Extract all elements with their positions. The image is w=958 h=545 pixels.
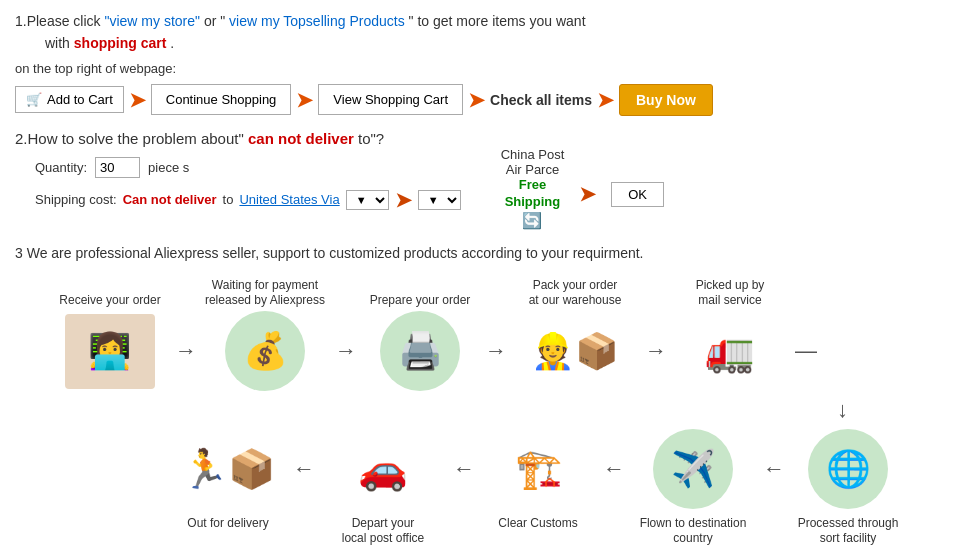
view-cart-label: View Shopping Cart xyxy=(333,92,448,107)
pack-label: Pack your orderat our warehouse xyxy=(529,278,622,307)
step3-paragraph: 3 We are professional Aliexpress seller,… xyxy=(15,245,943,261)
ok-button[interactable]: OK xyxy=(611,182,664,207)
step1-paragraph: 1.Please click "view my store" or " view… xyxy=(15,10,943,55)
continue-shopping-item: Continue Shopping xyxy=(151,84,292,115)
flow-icon-receive: 👩‍💻 xyxy=(45,314,175,389)
shipping-to: to xyxy=(223,192,234,207)
flow-label-prepare: Prepare your order xyxy=(355,292,485,307)
receive-label: Receive your order xyxy=(59,293,160,307)
cart-icon: 🛒 xyxy=(26,92,42,107)
arrow-2: ➤ xyxy=(296,88,313,112)
flow-arrow-h-2: → xyxy=(335,338,355,364)
depart-label: Depart yourlocal post office xyxy=(342,516,425,545)
flow-arrow-h-1: → xyxy=(175,338,195,364)
shipping-row: Shipping cost: Can not deliver to United… xyxy=(35,188,461,212)
flow-label-pickup: Picked up bymail service xyxy=(665,277,795,307)
china-post-line1: China Post xyxy=(501,147,565,162)
shipping-section: Quantity: piece s Shipping cost: Can not… xyxy=(15,157,943,232)
china-post-box: China Post Air Parce Free Shipping 🔄 xyxy=(501,147,565,232)
flow-icon-prepare: 🖨️ xyxy=(355,311,485,391)
shopping-cart-text: shopping cart xyxy=(74,35,167,51)
method-dropdown[interactable]: ▼ xyxy=(418,190,461,210)
shipping-arrow-red: ➤ xyxy=(395,188,412,212)
step3-text: 3 We are professional Aliexpress seller,… xyxy=(15,245,644,261)
check-all-item: Check all items xyxy=(490,92,592,108)
flow-label-depart: Depart yourlocal post office xyxy=(313,515,453,545)
car-icon: 🚗 xyxy=(358,446,408,493)
prepare-label: Prepare your order xyxy=(370,293,471,307)
flow-arrow-b-3: ← xyxy=(603,456,623,482)
flow-label-customs: Clear Customs xyxy=(473,515,603,545)
flow-label-receive: Receive your order xyxy=(45,292,175,307)
flow-dash: — xyxy=(795,338,815,364)
buy-now-button[interactable]: Buy Now xyxy=(619,84,713,116)
flow-arrow-h-4: → xyxy=(645,338,665,364)
flow-top-labels: Receive your order Waiting for paymentre… xyxy=(35,277,923,307)
quantity-row: Quantity: piece s xyxy=(35,157,461,178)
quantity-input[interactable] xyxy=(95,157,140,178)
step2-paragraph: 2.How to solve the problem about" can no… xyxy=(15,130,943,147)
view-cart-item: View Shopping Cart xyxy=(318,84,463,115)
money-icon: 💰 xyxy=(225,311,305,391)
flow-label-flown: Flown to destinationcountry xyxy=(623,515,763,545)
step1-prefix: 1.Please click xyxy=(15,13,104,29)
buy-now-label: Buy Now xyxy=(636,92,696,108)
step1-with: with xyxy=(15,35,74,51)
flow-icon-car: 🚗 xyxy=(313,446,453,493)
truck-icon: 🚛 xyxy=(705,328,755,375)
main-container: 1.Please click "view my store" or " view… xyxy=(0,0,958,545)
add-to-cart-label: Add to Cart xyxy=(47,92,113,107)
sort-icon: 🌐 xyxy=(808,429,888,509)
flow-diagram: Receive your order Waiting for paymentre… xyxy=(15,277,943,545)
flow-icon-delivery: 🏃📦 xyxy=(163,447,293,491)
on-top-text: on the top right of webpage: xyxy=(15,61,943,76)
ok-arrow: ➤ xyxy=(579,182,596,206)
step2-suffix: to"? xyxy=(358,130,384,147)
flow-label-pack: Pack your orderat our warehouse xyxy=(505,277,645,307)
view-topselling-link[interactable]: view my Topselling Products xyxy=(229,13,405,29)
buy-now-item: Buy Now xyxy=(619,84,713,116)
flow-icon-pickup: 🚛 xyxy=(665,328,795,375)
customs-icon: 🏗️ xyxy=(498,429,578,509)
ok-label: OK xyxy=(628,187,647,202)
add-to-cart-item: 🛒 Add to Cart xyxy=(15,86,124,113)
customs-label: Clear Customs xyxy=(498,516,577,530)
step1-or: or " xyxy=(204,13,225,29)
flow-label-waiting: Waiting for paymentreleased by Aliexpres… xyxy=(195,277,335,307)
flow-arrow-b-4: ← xyxy=(763,456,783,482)
cart-flow: 🛒 Add to Cart ➤ Continue Shopping ➤ View… xyxy=(15,84,943,116)
refresh-icon: 🔄 xyxy=(505,211,561,232)
arrow-1: ➤ xyxy=(129,88,146,112)
flow-arrow-b-1: ← xyxy=(293,456,313,482)
printer-icon: 🖨️ xyxy=(380,311,460,391)
shipping-label: Shipping cost: xyxy=(35,192,117,207)
continue-shopping-label: Continue Shopping xyxy=(166,92,277,107)
pack-icon: 👷📦 xyxy=(531,331,619,372)
flown-label: Flown to destinationcountry xyxy=(640,516,747,545)
arrow-3: ➤ xyxy=(468,88,485,112)
pickup-label: Picked up bymail service xyxy=(696,278,765,307)
flow-icon-waiting: 💰 xyxy=(195,311,335,391)
cannot-deliver-heading: can not deliver xyxy=(248,130,354,147)
shipping-left: Quantity: piece s Shipping cost: Can not… xyxy=(35,157,461,212)
via-dropdown[interactable]: ▼ xyxy=(346,190,389,210)
flow-top-icons: 👩‍💻 → 💰 → 🖨️ → 👷📦 → 🚛 — xyxy=(35,307,923,395)
view-shopping-cart-button[interactable]: View Shopping Cart xyxy=(318,84,463,115)
flow-arrow-h-3: → xyxy=(485,338,505,364)
continue-shopping-button[interactable]: Continue Shopping xyxy=(151,84,292,115)
china-post-section: China Post Air Parce Free Shipping 🔄 ➤ O… xyxy=(501,157,664,232)
flow-bottom-icons: 🌐 ← ✈️ ← 🏗️ ← 🚗 ← 🏃📦 xyxy=(35,425,923,513)
desk-icon: 👩‍💻 xyxy=(65,314,155,389)
united-states-via-link[interactable]: United States Via xyxy=(239,192,339,207)
cannot-deliver-text: Can not deliver xyxy=(123,192,217,207)
view-store-link[interactable]: "view my store" xyxy=(104,13,200,29)
via-label: United States Via xyxy=(239,192,339,207)
quantity-label: Quantity: xyxy=(35,160,87,175)
step1-period: . xyxy=(170,35,174,51)
add-to-cart-button[interactable]: 🛒 Add to Cart xyxy=(15,86,124,113)
flow-label-sort: Processed throughsort facility xyxy=(783,515,913,545)
free-shipping-text: Free Shipping 🔄 xyxy=(505,177,561,232)
out-label: Out for delivery xyxy=(187,516,268,530)
arrow-4: ➤ xyxy=(597,88,614,112)
delivery-icon: 🏃📦 xyxy=(181,447,275,491)
